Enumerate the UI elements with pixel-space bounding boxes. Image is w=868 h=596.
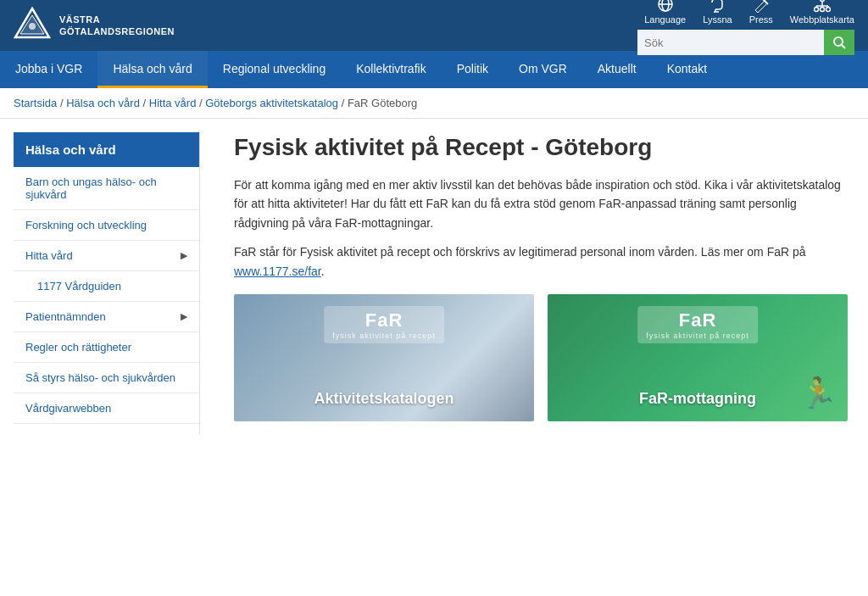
nav-item-kollektiv[interactable]: Kollektivtrafik [341, 51, 441, 88]
svg-point-9 [814, 8, 818, 12]
sidebar-item-vardgivar[interactable]: Vårdgivarwebben [14, 393, 199, 424]
cards-row: FaR fysisk aktivitet på recept Aktivitet… [234, 294, 848, 421]
language-icon [657, 0, 674, 13]
vgr-logo-icon [14, 7, 51, 44]
svg-point-3 [659, 0, 672, 11]
search-icon [832, 36, 846, 49]
sidebar-item-hitta[interactable]: Hitta vård ▶ [14, 241, 199, 271]
listen-icon-btn[interactable]: Lyssna [703, 0, 732, 25]
page-title: Fysisk aktivitet på Recept - Göteborg [234, 132, 848, 162]
sidebar-arrow-hitta: ▶ [181, 250, 187, 261]
nav-item-kontakt[interactable]: Kontakt [652, 51, 722, 88]
nav-item-aktuellt[interactable]: Aktuellt [582, 51, 652, 88]
main-nav: Jobba i VGR Hälsa och vård Regional utve… [0, 51, 868, 88]
svg-point-2 [29, 23, 36, 30]
listen-icon [709, 0, 726, 13]
sidebar-item-styrs[interactable]: Så styrs hälso- och sjukvården [14, 363, 199, 393]
body-paragraph-2: FaR står för Fysisk aktivitet på recept … [234, 242, 848, 281]
body-paragraph-1: För att komma igång med en mer aktiv liv… [234, 175, 848, 232]
nav-item-halsa[interactable]: Hälsa och vård [97, 51, 207, 88]
runner-icon: 🏃 [799, 376, 837, 411]
breadcrumb: Startsida / Hälsa och vård / Hitta vård … [0, 88, 868, 119]
sidebar: Hälsa och vård Barn och ungas hälso- och… [14, 132, 200, 435]
press-icon-btn[interactable]: Press [749, 0, 773, 25]
nav-item-jobba[interactable]: Jobba i VGR [0, 51, 97, 88]
sitemap-icon-btn[interactable]: Webbplatskarta [790, 0, 854, 25]
svg-point-11 [826, 8, 830, 12]
nav-item-omvgr[interactable]: Om VGR [504, 51, 582, 88]
card1-far-logo: FaR fysisk aktivitet på recept [324, 306, 444, 343]
language-icon-btn[interactable]: Language [644, 0, 686, 25]
nav-item-politik[interactable]: Politik [442, 51, 504, 88]
sidebar-item-patient[interactable]: Patientnämnden ▶ [14, 302, 199, 332]
sidebar-item-regler[interactable]: Regler och rättigheter [14, 332, 199, 363]
sidebar-arrow-patient: ▶ [181, 311, 187, 322]
svg-point-16 [834, 37, 843, 46]
sidebar-item-forskning[interactable]: Forskning och utveckling [14, 210, 199, 241]
main-content: Fysisk aktivitet på Recept - Göteborg Fö… [214, 119, 868, 435]
sidebar-item-vardguiden[interactable]: 1177 Vårdguiden [14, 271, 199, 302]
nav-item-regional[interactable]: Regional utveckling [208, 51, 341, 88]
card-aktivitet[interactable]: FaR fysisk aktivitet på recept Aktivitet… [234, 294, 534, 421]
breadcrumb-startsida[interactable]: Startsida [14, 97, 57, 109]
far-link[interactable]: www.1177.se/far [234, 265, 321, 278]
breadcrumb-current: FaR Göteborg [348, 97, 417, 109]
breadcrumb-hitta[interactable]: Hitta vård [149, 97, 197, 109]
top-bar: VÄSTRA GÖTALANDSREGIONEN Language Lyssna… [0, 0, 868, 51]
top-icons: Language Lyssna Press Webbplatskarta [644, 0, 854, 25]
sidebar-header: Hälsa och vård [14, 132, 199, 167]
sidebar-item-barn[interactable]: Barn och ungas hälso- och sjukvård [14, 167, 199, 210]
breadcrumb-katalog[interactable]: Göteborgs aktivitetskatalog [205, 97, 338, 109]
sitemap-icon [814, 0, 831, 13]
svg-point-4 [662, 0, 669, 11]
content-area: Hälsa och vård Barn och ungas hälso- och… [0, 119, 868, 435]
logo-text: VÄSTRA GÖTALANDSREGIONEN [59, 14, 175, 38]
card-mottagning[interactable]: FaR fysisk aktivitet på recept FaR-motta… [548, 294, 848, 421]
svg-point-10 [820, 8, 824, 12]
svg-line-17 [842, 45, 845, 48]
top-right-area: Language Lyssna Press Webbplatskarta [637, 0, 854, 55]
press-icon [753, 0, 770, 13]
search-button[interactable] [824, 30, 854, 55]
card2-far-logo: FaR fysisk aktivitet på recept [637, 306, 758, 343]
breadcrumb-halsa[interactable]: Hälsa och vård [66, 97, 140, 109]
card1-label: Aktivitetskatalogen [234, 390, 534, 408]
logo[interactable]: VÄSTRA GÖTALANDSREGIONEN [14, 7, 175, 44]
